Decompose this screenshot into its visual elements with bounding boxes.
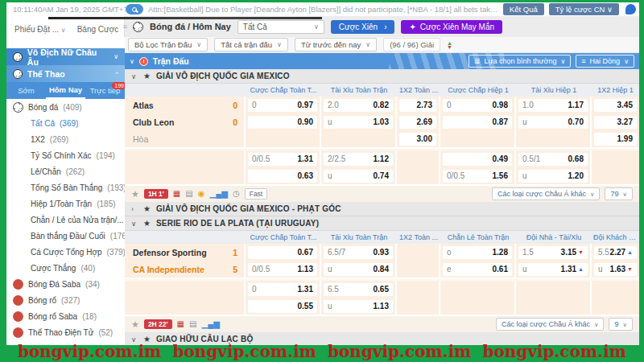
section-header[interactable]: ∨★SERIE RIO DE LA PLATA (TẠI URUGUAY): [125, 216, 639, 231]
doc-icon[interactable]: ▤: [189, 320, 196, 328]
lucky-parlay-button[interactable]: ✦Cược Xiên May Mắn: [401, 20, 502, 34]
odds-row[interactable]: CA Independiente50/0.51.13u0.84e0.61u1.3…: [125, 261, 639, 278]
tab-today[interactable]: Hôm Nay: [46, 82, 85, 99]
display-mode-dropdown[interactable]: ≣Lựa chọn bình thường∨: [469, 55, 571, 68]
odds-cell[interactable]: 1.01.17: [518, 99, 588, 112]
odds-cell[interactable]: 2.69: [399, 116, 436, 129]
sidebar-item[interactable]: 1X2(269): [6, 131, 125, 147]
stats-icon[interactable]: ▁▄▆: [210, 190, 228, 198]
odds-cell[interactable]: 00.98: [443, 99, 512, 112]
bet-count-dropdown[interactable]: 9∨: [609, 318, 633, 331]
match-filter-dropdown[interactable]: Bộ Lọc Trận Đấu∨: [128, 38, 208, 51]
sidebar-item[interactable]: Tất Cả(369): [6, 115, 125, 131]
odds-cell[interactable]: 0.90: [248, 116, 317, 129]
sidebar-item[interactable]: Tổng Số Bàn Thắng(193): [6, 179, 125, 195]
odds-cell[interactable]: u0.84: [324, 263, 393, 276]
odds-cell[interactable]: 3.00: [399, 133, 436, 146]
odds-cell[interactable]: 1.99: [594, 133, 637, 146]
odds-cell[interactable]: 0.49: [443, 153, 512, 166]
star-icon[interactable]: ★: [143, 204, 151, 213]
odds-cell[interactable]: 2.00.82: [324, 99, 393, 112]
odds-cell[interactable]: 0/0.51.31: [248, 153, 317, 166]
odds-cell[interactable]: 01.31: [248, 283, 317, 296]
chevron-down-icon[interactable]: ∨: [130, 58, 134, 65]
bet-count-dropdown[interactable]: 79∨: [605, 187, 633, 200]
line-mode-dropdown[interactable]: ≡Hai Dòng∨: [576, 55, 634, 68]
results-button[interactable]: Kết Quả: [503, 3, 544, 15]
odds-cell[interactable]: o1.28: [443, 246, 512, 259]
odds-cell[interactable]: u1.20: [518, 170, 588, 183]
chevron-icon[interactable]: ›: [131, 205, 138, 213]
odds-row[interactable]: 0.63u0.740/0.51.56u1.20: [125, 167, 639, 184]
odds-cell[interactable]: 3.27: [594, 116, 637, 129]
sidebar-item[interactable]: Bóng Đá Saba(34): [6, 276, 125, 292]
sort-icon[interactable]: ▲▼: [447, 41, 452, 49]
odds-cell[interactable]: 5.52.27▲: [594, 246, 637, 259]
sidebar-item[interactable]: Lẻ/Chẵn(262): [6, 163, 125, 179]
star-icon[interactable]: ★: [143, 219, 151, 228]
odds-cell[interactable]: u0.74: [324, 170, 393, 183]
more-bets-dropdown[interactable]: Các loại cược Châu Á khác∨: [492, 187, 600, 200]
stats-icon[interactable]: ▁▄▆: [201, 320, 219, 328]
date-range-dropdown[interactable]: Từ trước đến nay∨: [295, 38, 377, 51]
section-header[interactable]: ∨★GIẢI VÔ ĐỊCH QUỐC GIA MEXICO: [125, 69, 639, 84]
all-matches-dropdown[interactable]: Tất cả trận đấu∨: [214, 38, 288, 51]
market-select[interactable]: Tất Cả∨: [237, 20, 324, 34]
sidebar-item[interactable]: Bóng rổ(327): [6, 292, 125, 308]
chevron-icon[interactable]: ∨: [131, 220, 138, 228]
odds-cell[interactable]: 0/0.51.13: [248, 263, 317, 276]
sidebar-item[interactable]: Bóng rổ Saba(18): [6, 308, 125, 324]
tab-early[interactable]: Sớm: [6, 82, 46, 99]
odds-type-dropdown[interactable]: Tỷ lệ cược CN ∨: [549, 3, 619, 15]
pitch-icon[interactable]: ▦: [177, 320, 184, 328]
parlay-button[interactable]: Cược Xiên›: [331, 20, 395, 34]
odds-cell[interactable]: 2/2.51.12: [324, 153, 393, 166]
odds-cell[interactable]: u1.31▲: [518, 263, 588, 276]
odds-cell[interactable]: 0.67: [248, 246, 317, 259]
odds-row[interactable]: Hòa3.001.99: [125, 130, 639, 147]
sidebar-sports-header[interactable]: Thể Thao^: [6, 65, 125, 82]
odds-cell[interactable]: 1.53.15▼: [518, 246, 588, 259]
odds-cell[interactable]: 0.63: [248, 170, 317, 183]
odds-cell[interactable]: 0/0.51.56: [443, 170, 512, 183]
sidebar-item[interactable]: Bàn thắng Đầu/ Cuối(176): [6, 228, 125, 244]
odds-cell[interactable]: u1.13: [324, 300, 393, 313]
odds-cell[interactable]: 3.45: [594, 99, 637, 112]
chat-icon[interactable]: [625, 4, 636, 14]
sidebar-item[interactable]: Tỷ Số Chính Xác(194): [6, 147, 125, 163]
coin-icon[interactable]: ◉: [198, 190, 205, 198]
tab-bet-board[interactable]: Bảng Cược: [77, 25, 119, 34]
odds-cell[interactable]: 6.5/70.93: [324, 246, 393, 259]
sidebar-item[interactable]: Thể Thao Điện Tử(52): [6, 324, 125, 340]
odds-cell[interactable]: 6.50.65: [324, 283, 393, 296]
odds-cell[interactable]: 00.97: [248, 99, 317, 112]
section-header[interactable]: ›★GIẢI VÔ ĐỊCH QUỐC GIA MEXICO - PHẠT GÓ…: [125, 202, 639, 216]
odds-row[interactable]: 0/0.51.312/2.51.120.490.5/10.68: [125, 150, 639, 167]
search-button[interactable]: [126, 4, 143, 14]
screen-icon[interactable]: ▤: [185, 190, 192, 198]
tab-bet-slip[interactable]: Phiếu Đặt ... ∨: [14, 25, 66, 34]
odds-cell[interactable]: u0.70: [518, 116, 588, 129]
panel-resize-handle[interactable]: ≡: [123, 23, 127, 31]
odds-cell[interactable]: e0.61: [443, 263, 512, 276]
favorite-star-icon[interactable]: ★: [131, 319, 139, 330]
odds-row[interactable]: Atlas000.972.00.822.7300.981.01.173.45: [125, 97, 639, 113]
odds-cell[interactable]: u1.03: [324, 116, 393, 129]
favorite-star-icon[interactable]: ★: [131, 189, 139, 200]
sidebar-item[interactable]: Cá Cược Tổng Hợp(379): [6, 244, 125, 260]
clock-icon[interactable]: ◷: [233, 190, 240, 198]
star-icon[interactable]: ★: [143, 72, 151, 80]
more-bets-dropdown[interactable]: Các loại cược Châu Á khác∨: [496, 318, 604, 331]
sidebar-featured-header[interactable]: Vô Địch Nữ Châu Âu∨: [6, 48, 125, 65]
odds-cell[interactable]: 2.73: [399, 99, 436, 112]
odds-row[interactable]: Defensor Sporting10.676.5/70.93o1.281.53…: [125, 244, 639, 261]
fast-market-chip[interactable]: Fast: [245, 188, 268, 200]
sidebar-item[interactable]: Bóng đá(409): [6, 99, 125, 115]
sidebar-item[interactable]: Cược Thắng(40): [6, 260, 125, 276]
sidebar-item[interactable]: Hiệp 1/Toàn Trận(185): [6, 195, 125, 212]
odds-row[interactable]: 0.55u1.13: [125, 298, 639, 315]
odds-cell[interactable]: u1.63▼: [594, 263, 637, 276]
odds-cell[interactable]: 0.5/10.68: [518, 153, 588, 166]
odds-row[interactable]: Club Leon00.90u1.032.690.87u0.703.27: [125, 113, 639, 130]
odds-cell[interactable]: 0.55: [248, 300, 317, 313]
